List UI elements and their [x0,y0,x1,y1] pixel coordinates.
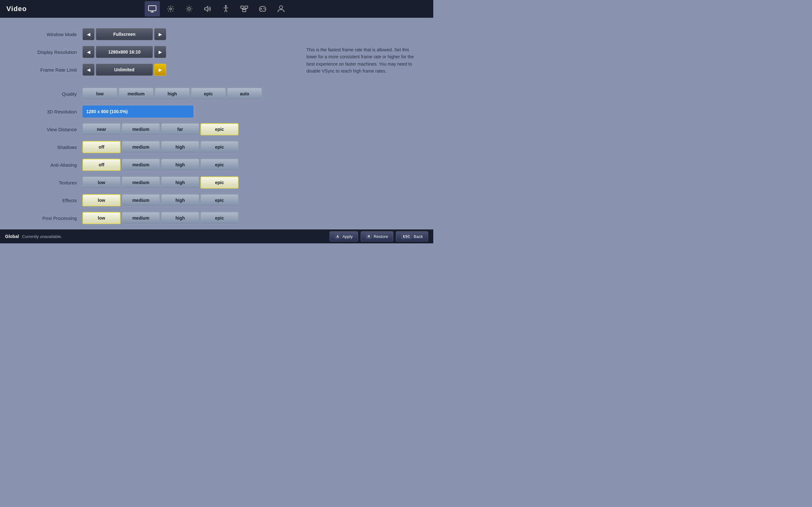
textures-high-btn[interactable]: high [161,176,199,188]
restore-key: R [366,234,372,239]
effects-controls: low medium high epic [83,194,294,206]
view-distance-near-btn[interactable]: near [83,123,120,135]
view-distance-medium-btn[interactable]: medium [122,123,160,135]
shadows-high-btn[interactable]: high [161,141,199,153]
aa-high-btn[interactable]: high [161,159,199,171]
apply-label: Apply [342,234,353,239]
quality-auto-btn[interactable]: auto [227,88,262,100]
main-content: Window Mode ◀ Fullscreen ▶ Display Resol… [0,18,433,229]
apply-key: A [335,234,341,239]
page-title: Video [0,5,27,13]
anti-aliasing-label: Anti-Aliasing [13,162,83,168]
svg-rect-13 [243,9,246,12]
textures-epic-btn[interactable]: epic [200,176,239,188]
svg-point-20 [264,8,264,9]
nav-brightness-btn[interactable] [182,1,197,16]
nav-network-btn[interactable] [237,1,252,16]
view-distance-row: View Distance near medium far epic [13,122,294,136]
window-mode-value: Fullscreen [96,28,153,40]
frame-rate-value: Unlimited [96,64,153,76]
display-resolution-row: Display Resolution ◀ 1280x800 16:10 ▶ [13,45,294,59]
back-label: Back [414,234,423,239]
nav-account-btn[interactable] [273,1,289,16]
quality-row: Quality low medium high epic auto [13,87,294,101]
display-resolution-controls: ◀ 1280x800 16:10 ▶ [83,46,294,58]
resolution-3d-label: 3D Resolution [13,109,83,114]
resolution-3d-controls: 1280 x 800 (100.0%) [83,106,294,118]
svg-point-4 [188,8,190,10]
display-resolution-label: Display Resolution [13,49,83,55]
nav-accessibility-btn[interactable] [218,1,234,16]
shadows-row: Shadows off medium high epic [13,140,294,154]
view-distance-far-btn[interactable]: far [161,123,199,135]
settings-panel: Window Mode ◀ Fullscreen ▶ Display Resol… [13,27,294,220]
apply-button[interactable]: A Apply [329,231,358,241]
effects-low-btn[interactable]: low [83,194,120,206]
display-resolution-next-btn[interactable]: ▶ [154,46,166,58]
shadows-label: Shadows [13,145,83,150]
svg-point-3 [170,8,171,10]
shadows-medium-btn[interactable]: medium [122,141,160,153]
window-mode-label: Window Mode [13,32,83,37]
window-mode-next-btn[interactable]: ▶ [154,28,166,40]
effects-high-btn[interactable]: high [161,194,199,206]
textures-label: Textures [13,180,83,185]
quality-low-btn[interactable]: low [83,88,117,100]
window-mode-controls: ◀ Fullscreen ▶ [83,28,294,40]
nav-settings-btn[interactable] [163,1,178,16]
svg-rect-12 [245,6,248,8]
textures-controls: low medium high epic [83,176,294,188]
svg-rect-0 [148,6,156,11]
window-mode-prev-btn[interactable]: ◀ [83,28,95,40]
frame-rate-next-btn[interactable]: ▶ [154,64,166,76]
nav-audio-btn[interactable] [200,1,215,16]
effects-label: Effects [13,198,83,203]
back-button[interactable]: ESC Back [396,231,428,241]
aa-epic-btn[interactable]: epic [200,159,239,171]
pp-epic-btn[interactable]: epic [200,212,239,224]
frame-rate-prev-btn[interactable]: ◀ [83,64,95,76]
bottom-bar: Global Currently unavailable. A Apply R … [0,229,433,243]
textures-low-btn[interactable]: low [83,176,120,188]
display-resolution-prev-btn[interactable]: ◀ [83,46,95,58]
svg-line-9 [224,9,226,12]
aa-off-btn[interactable]: off [83,159,120,171]
back-key: ESC [401,234,412,239]
post-processing-row: Post Processing low medium high epic [13,211,294,225]
quality-medium-btn[interactable]: medium [119,88,154,100]
pp-medium-btn[interactable]: medium [122,212,160,224]
textures-medium-btn[interactable]: medium [122,176,160,188]
description-text: This is the fastest frame rate that is a… [306,46,420,75]
nav-monitor-btn[interactable] [145,1,160,16]
aa-medium-btn[interactable]: medium [122,159,160,171]
svg-line-10 [226,9,227,12]
pp-low-btn[interactable]: low [83,212,120,224]
effects-row: Effects low medium high epic [13,193,294,207]
quality-label: Quality [13,91,83,97]
svg-marker-5 [205,6,208,11]
description-panel: This is the fastest frame rate that is a… [306,27,420,220]
pp-high-btn[interactable]: high [161,212,199,224]
shadows-epic-btn[interactable]: epic [200,141,239,153]
view-distance-label: View Distance [13,127,83,132]
display-resolution-value: 1280x800 16:10 [96,46,153,58]
frame-rate-row: Frame Rate Limit ◀ Unlimited ▶ [13,63,294,77]
effects-medium-btn[interactable]: medium [122,194,160,206]
svg-point-22 [280,6,283,9]
global-status: Currently unavailable. [22,234,62,239]
view-distance-controls: near medium far epic [83,123,294,135]
frame-rate-label: Frame Rate Limit [13,67,83,72]
view-distance-epic-btn[interactable]: epic [200,123,239,135]
quality-high-btn[interactable]: high [155,88,190,100]
shadows-off-btn[interactable]: off [83,141,120,153]
svg-rect-11 [241,6,244,8]
resolution-3d-value: 1280 x 800 (100.0%) [83,106,194,118]
restore-button[interactable]: R Restore [361,231,393,241]
anti-aliasing-row: Anti-Aliasing off medium high epic [13,158,294,172]
window-mode-row: Window Mode ◀ Fullscreen ▶ [13,27,294,41]
nav-gamepad-btn[interactable] [255,1,270,16]
anti-aliasing-controls: off medium high epic [83,159,294,171]
quality-epic-btn[interactable]: epic [191,88,226,100]
effects-epic-btn[interactable]: epic [200,194,239,206]
quality-controls: low medium high epic auto [83,88,294,100]
